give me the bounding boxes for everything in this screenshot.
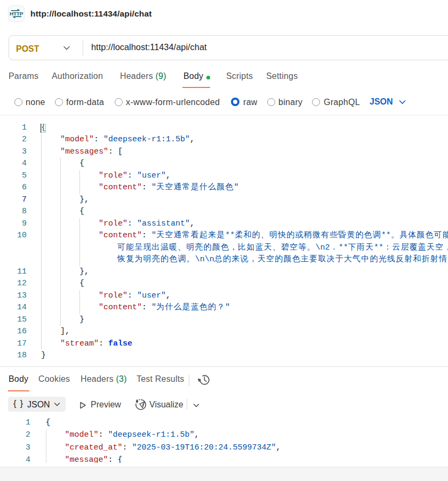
svg-text:HTTP: HTTP [10,11,23,17]
